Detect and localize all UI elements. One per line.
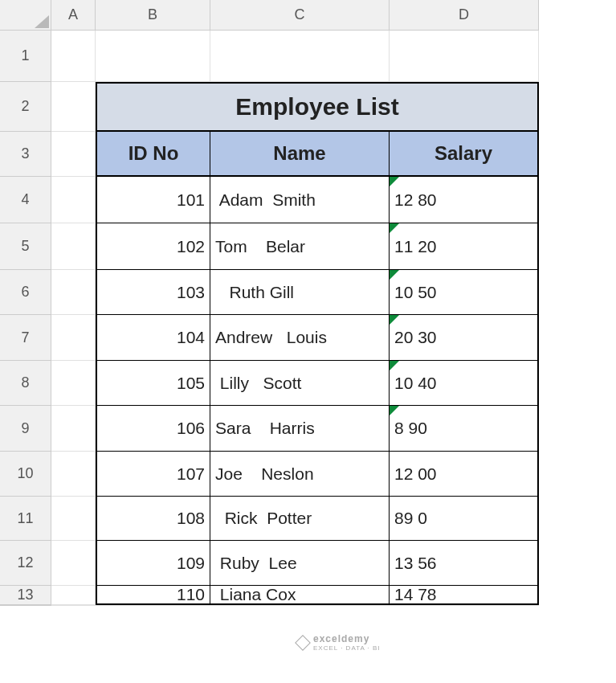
- cell-A6[interactable]: [51, 270, 96, 315]
- cell-name-5[interactable]: Sara Harris: [210, 406, 390, 452]
- cell-name-9[interactable]: Liana Cox: [210, 586, 390, 605]
- row-header-9[interactable]: 9: [0, 406, 51, 452]
- row-header-3[interactable]: 3: [0, 132, 51, 177]
- row-header-10[interactable]: 10: [0, 452, 51, 497]
- table-title[interactable]: Employee List: [96, 82, 539, 132]
- cell-salary-9[interactable]: 14 78: [390, 586, 539, 605]
- header-name[interactable]: Name: [210, 132, 390, 177]
- cell-name-3[interactable]: Andrew Louis: [210, 315, 390, 361]
- row-header-2[interactable]: 2: [0, 82, 51, 132]
- cell-A9[interactable]: [51, 406, 96, 452]
- cell-name-1[interactable]: Tom Belar: [210, 223, 390, 270]
- row-header-13[interactable]: 13: [0, 586, 51, 605]
- header-salary[interactable]: Salary: [390, 132, 539, 177]
- row-header-14[interactable]: [0, 605, 51, 606]
- cell-A5[interactable]: [51, 223, 96, 270]
- select-all-corner[interactable]: [0, 0, 51, 31]
- cell-name-6[interactable]: Joe Neslon: [210, 452, 390, 497]
- cell-id-6[interactable]: 107: [96, 452, 210, 497]
- cell-D14[interactable]: [390, 605, 539, 606]
- row-header-6[interactable]: 6: [0, 270, 51, 315]
- cell-id-0[interactable]: 101: [96, 177, 210, 223]
- watermark: exceldemy EXCEL · DATA · BI: [297, 633, 381, 652]
- row-header-4[interactable]: 4: [0, 177, 51, 223]
- cell-A3[interactable]: [51, 132, 96, 177]
- cell-id-2[interactable]: 103: [96, 270, 210, 315]
- cell-A13[interactable]: [51, 586, 96, 605]
- cell-name-7[interactable]: Rick Potter: [210, 497, 390, 541]
- cell-id-5[interactable]: 106: [96, 406, 210, 452]
- cell-name-2[interactable]: Ruth Gill: [210, 270, 390, 315]
- cell-salary-1[interactable]: 11 20: [390, 223, 539, 270]
- cell-name-0[interactable]: Adam Smith: [210, 177, 390, 223]
- cell-salary-5[interactable]: 8 90: [390, 406, 539, 452]
- row-header-1[interactable]: 1: [0, 31, 51, 82]
- cell-D1[interactable]: [390, 31, 539, 82]
- cell-A10[interactable]: [51, 452, 96, 497]
- cell-salary-3[interactable]: 20 30: [390, 315, 539, 361]
- cell-id-7[interactable]: 108: [96, 497, 210, 541]
- col-header-A[interactable]: A: [51, 0, 96, 31]
- cell-B1[interactable]: [96, 31, 210, 82]
- cell-A8[interactable]: [51, 361, 96, 406]
- cell-A2[interactable]: [51, 82, 96, 132]
- cell-salary-6[interactable]: 12 00: [390, 452, 539, 497]
- cell-salary-8[interactable]: 13 56: [390, 541, 539, 586]
- spreadsheet-grid[interactable]: A B C D 1 2 Employee List 3 ID No Name S…: [0, 0, 616, 606]
- col-header-B[interactable]: B: [96, 0, 210, 31]
- cell-A1[interactable]: [51, 31, 96, 82]
- watermark-logo-icon: [295, 635, 311, 651]
- cell-A11[interactable]: [51, 497, 96, 541]
- cell-name-8[interactable]: Ruby Lee: [210, 541, 390, 586]
- cell-id-4[interactable]: 105: [96, 361, 210, 406]
- cell-id-1[interactable]: 102: [96, 223, 210, 270]
- cell-A14[interactable]: [51, 605, 96, 606]
- watermark-brand: exceldemy: [313, 633, 381, 644]
- row-header-8[interactable]: 8: [0, 361, 51, 406]
- cell-A12[interactable]: [51, 541, 96, 586]
- row-header-12[interactable]: 12: [0, 541, 51, 586]
- cell-id-9[interactable]: 110: [96, 586, 210, 605]
- cell-id-8[interactable]: 109: [96, 541, 210, 586]
- cell-A4[interactable]: [51, 177, 96, 223]
- row-header-5[interactable]: 5: [0, 223, 51, 270]
- cell-salary-2[interactable]: 10 50: [390, 270, 539, 315]
- cell-C1[interactable]: [210, 31, 390, 82]
- cell-C14[interactable]: [210, 605, 390, 606]
- header-id[interactable]: ID No: [96, 132, 210, 177]
- cell-salary-4[interactable]: 10 40: [390, 361, 539, 406]
- col-header-C[interactable]: C: [210, 0, 390, 31]
- cell-salary-7[interactable]: 89 0: [390, 497, 539, 541]
- cell-A7[interactable]: [51, 315, 96, 361]
- cell-B14[interactable]: [96, 605, 210, 606]
- watermark-tag: EXCEL · DATA · BI: [313, 644, 381, 652]
- col-header-D[interactable]: D: [390, 0, 539, 31]
- row-header-7[interactable]: 7: [0, 315, 51, 361]
- cell-salary-0[interactable]: 12 80: [390, 177, 539, 223]
- cell-name-4[interactable]: Lilly Scott: [210, 361, 390, 406]
- cell-id-3[interactable]: 104: [96, 315, 210, 361]
- row-header-11[interactable]: 11: [0, 497, 51, 541]
